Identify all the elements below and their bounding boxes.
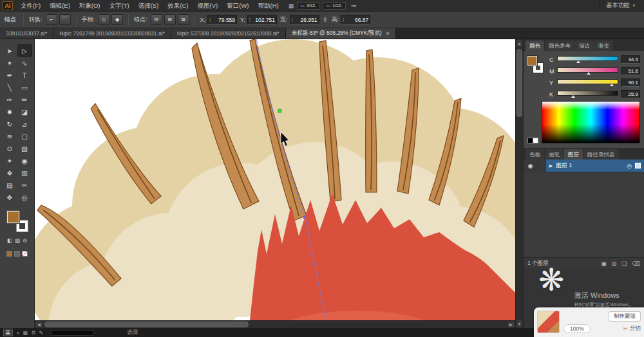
slider-thumb[interactable] (587, 72, 591, 75)
slice-control[interactable]: ✂ 分切 (623, 325, 641, 332)
panel-tab[interactable]: 图层 (564, 149, 583, 159)
draw-inside-icon[interactable] (22, 251, 28, 257)
flower-artwork[interactable] (35, 39, 515, 320)
scroll-right-icon[interactable]: ▶ (507, 321, 515, 328)
channel-value-input[interactable]: 25.9 (621, 90, 640, 98)
scroll-left-icon[interactable]: ◀ (35, 321, 43, 328)
ime-pen-icon[interactable]: ✎ (39, 330, 44, 336)
paintbrush-tool[interactable]: ✑ (3, 93, 17, 105)
anchor-point[interactable] (303, 216, 306, 219)
menu-item[interactable]: 对象(O) (75, 0, 105, 11)
artboard-tool[interactable]: ▤ (3, 179, 17, 191)
ime-settings-icon[interactable]: ⚙ (31, 330, 35, 336)
scroll-up-icon[interactable]: ▲ (516, 39, 523, 48)
artboard-canvas[interactable] (35, 39, 515, 320)
fill-swatch[interactable] (7, 211, 19, 223)
layer-selected-row[interactable]: ▶ 图层 1 ◎ (546, 159, 644, 172)
make-mask-icon[interactable]: ▣ (601, 260, 607, 267)
type-tool[interactable]: T (17, 69, 32, 81)
menu-item[interactable]: 文件(F) (16, 0, 45, 11)
target-icon[interactable]: ◎ (627, 163, 632, 169)
direct-selection-tool[interactable]: ▷ (17, 44, 32, 57)
recorder-settings-icon[interactable]: ≔ (351, 3, 357, 9)
slider-thumb[interactable] (610, 84, 614, 86)
slider-thumb[interactable] (576, 60, 580, 63)
close-tab-icon[interactable]: × (386, 30, 390, 37)
rotate-tool[interactable]: ↻ (3, 118, 17, 130)
hand-tool[interactable]: ✥ (3, 191, 17, 203)
convert-to-smooth-button[interactable]: ⌒ (59, 14, 71, 25)
selection-color-chip[interactable] (635, 163, 641, 168)
add-anchor-button[interactable]: ⊞ (164, 14, 176, 25)
new-sublayer-icon[interactable]: ⊞ (612, 260, 617, 267)
vertical-scrollbar[interactable]: ▲ ▼ (515, 39, 523, 328)
pencil-tool[interactable]: ✏ (17, 93, 32, 105)
panel-tab[interactable]: 画笔 (545, 149, 564, 159)
slice-tool[interactable]: ✂ (17, 179, 32, 191)
draw-behind-icon[interactable] (14, 251, 20, 257)
layer-name[interactable]: 图层 1 (556, 161, 573, 170)
width-tool[interactable]: ≋ (3, 130, 17, 142)
color-swatch-icon[interactable]: ◧ (7, 237, 12, 244)
selection-tool[interactable]: ➤ (3, 44, 17, 57)
ime-keyboard-icon[interactable]: ▦ (23, 330, 28, 336)
menu-item[interactable]: 视图(V) (193, 0, 223, 11)
ime-mode-icon[interactable]: ◐ (17, 330, 20, 336)
graph-tool[interactable]: ▥ (17, 167, 32, 179)
channel-value-input[interactable]: 51.6 (621, 67, 640, 75)
show-handles-button[interactable]: ◇ (98, 14, 109, 25)
white-swatch[interactable] (533, 138, 538, 143)
channel-slider[interactable] (557, 56, 618, 61)
panel-tab[interactable]: 路径查找器 (583, 149, 619, 159)
hide-handles-button[interactable]: ◆ (111, 14, 123, 25)
convert-to-corner-button[interactable]: ⌐ (46, 14, 57, 25)
panel-tab[interactable]: 色板 (526, 149, 544, 159)
x-input[interactable]: ▴▾79.559 (207, 15, 237, 24)
menu-item[interactable]: 编辑(E) (45, 0, 75, 11)
delete-layer-icon[interactable]: ⌫ (632, 260, 640, 267)
cut-path-button[interactable]: ⊠ (178, 14, 189, 25)
hscroll-thumb[interactable] (44, 322, 249, 327)
channel-value-input[interactable]: 34.5 (621, 55, 640, 64)
coordinate-chip[interactable]: ▭ 302. (297, 2, 319, 10)
magic-wand-tool[interactable]: ✶ (3, 57, 17, 69)
vscroll-thumb[interactable] (516, 49, 522, 117)
eye-icon[interactable]: ◉ (528, 163, 533, 169)
new-layer-icon[interactable]: ❏ (621, 260, 627, 267)
free-transform-tool[interactable]: ▢ (17, 130, 32, 142)
anchor-point-selected[interactable] (278, 109, 281, 113)
shape-builder-tool[interactable]: ⊙ (3, 142, 17, 154)
fill-stroke-proxy[interactable] (7, 211, 28, 232)
channel-slider[interactable] (557, 68, 618, 73)
gradient-swatch-icon[interactable]: ▧ (15, 237, 20, 244)
color-fill-stroke-proxy[interactable] (527, 55, 545, 82)
layer-row[interactable]: ◉ ▶ 图层 1 ◎ (524, 159, 644, 172)
scroll-down-icon[interactable]: ▼ (516, 320, 523, 328)
zoom-level-field[interactable]: 100% (564, 324, 591, 333)
eyedropper-tool[interactable]: ✦ (3, 154, 17, 167)
rectangle-tool[interactable]: ▭ (17, 81, 32, 93)
document-tab[interactable]: 未标题-53* @ 505.25% (CMYK/预览) × (286, 28, 396, 39)
scale-tool[interactable]: ⊿ (17, 118, 32, 130)
line-tool[interactable]: ╲ (3, 81, 17, 93)
none-swatch-icon[interactable]: ⊘ (23, 237, 27, 244)
link-dimensions-icon[interactable]: ∞ (322, 17, 329, 22)
panel-tab[interactable]: 颜色参考 (545, 41, 574, 51)
menu-item[interactable]: 窗口(W) (222, 0, 253, 11)
height-input[interactable]: ▴▾66.87 (341, 15, 370, 24)
y-input[interactable]: ▴▾102.751 (247, 15, 277, 24)
channel-slider[interactable] (557, 79, 618, 84)
ime-indicator[interactable]: 英 (3, 329, 13, 336)
workspace-switcher[interactable]: 基本功能 ▾ (599, 0, 641, 11)
slider-thumb[interactable] (571, 95, 575, 98)
eraser-tool[interactable]: ◪ (17, 105, 32, 118)
lasso-tool[interactable]: ∿ (17, 57, 32, 69)
menu-item[interactable]: 文字(T) (105, 0, 134, 11)
blend-tool[interactable]: ◉ (17, 154, 32, 167)
make-mask-button[interactable]: 制作蒙版 (609, 311, 641, 322)
document-tab[interactable]: Nipic 537398 20190929202152610000.ai* (171, 28, 286, 39)
gradient-tool[interactable]: ▧ (17, 142, 32, 154)
menu-item[interactable]: 效果(C) (163, 0, 193, 11)
panel-tab[interactable]: 描边 (575, 41, 594, 51)
lock-cell[interactable] (538, 159, 546, 172)
